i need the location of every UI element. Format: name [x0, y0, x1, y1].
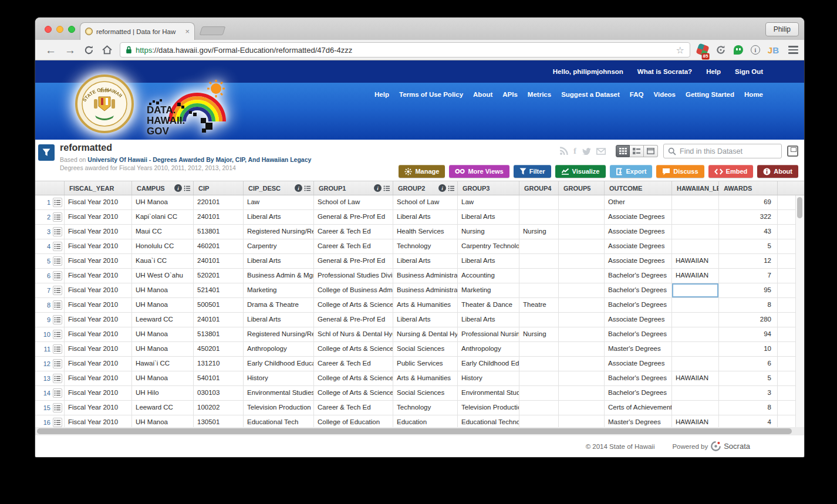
column-info-icon[interactable]: i [295, 184, 302, 192]
row-number-cell[interactable]: 12 [35, 357, 65, 371]
row-menu-icon[interactable] [53, 330, 62, 339]
table-cell[interactable] [672, 225, 719, 239]
banner-nav-link[interactable]: Help [374, 91, 389, 98]
table-cell[interactable]: Social Sciences [393, 386, 458, 401]
table-cell[interactable]: Liberal Arts [244, 313, 314, 327]
table-cell[interactable]: 450201 [194, 342, 244, 357]
table-cell[interactable]: Arts & Humanities [393, 298, 458, 313]
row-menu-icon[interactable] [53, 198, 62, 207]
table-cell[interactable]: UH Manoa [132, 195, 194, 210]
row-number-cell[interactable]: 10 [35, 327, 65, 342]
action-button-discuss[interactable]: Discuss [656, 165, 704, 178]
table-cell[interactable]: Early Childhood Education [244, 357, 314, 371]
action-button-export[interactable]: Export [610, 165, 653, 178]
column-header-cip_desc[interactable]: CIP_DESCi [244, 181, 314, 195]
column-header-group4[interactable]: GROUP4 [519, 181, 559, 195]
action-button-visualize[interactable]: Visualize [555, 165, 606, 178]
table-cell[interactable] [519, 371, 559, 386]
table-cell[interactable] [559, 210, 605, 225]
table-cell[interactable]: 7 [719, 269, 778, 283]
row-number-cell[interactable]: 4 [35, 239, 65, 254]
back-icon[interactable]: ← [45, 45, 56, 56]
row-menu-icon[interactable] [53, 271, 62, 280]
table-cell[interactable]: Fiscal Year 2010 [65, 254, 132, 269]
row-menu-icon[interactable] [53, 374, 62, 383]
close-window-button[interactable] [45, 26, 52, 33]
row-menu-icon[interactable] [53, 418, 62, 427]
table-cell[interactable]: UH Manoa [132, 371, 194, 386]
table-cell[interactable]: Fiscal Year 2010 [65, 327, 132, 342]
row-number-cell[interactable]: 1 [35, 195, 65, 210]
row-menu-icon[interactable] [53, 242, 62, 251]
table-cell[interactable]: Drama & Theatre [244, 298, 314, 313]
table-cell[interactable]: Certs of Achievement [605, 401, 672, 415]
table-cell[interactable]: UH Manoa [132, 298, 194, 313]
table-cell[interactable]: Fiscal Year 2010 [65, 386, 132, 401]
row-number-cell[interactable]: 3 [35, 225, 65, 239]
search-input[interactable] [680, 147, 777, 155]
table-cell[interactable]: Public Services [393, 357, 458, 371]
row-number-cell[interactable]: 15 [35, 401, 65, 415]
info-extension-icon[interactable]: i [751, 45, 760, 55]
table-cell[interactable] [672, 327, 719, 342]
row-number-cell[interactable]: 11 [35, 342, 65, 357]
home-icon[interactable] [102, 45, 112, 55]
row-menu-icon[interactable] [53, 315, 62, 324]
table-cell[interactable] [519, 283, 559, 298]
table-cell[interactable]: Associate Degrees [605, 225, 672, 239]
table-cell[interactable]: 030103 [194, 386, 244, 401]
table-cell[interactable]: College of Arts & Sciences [314, 386, 393, 401]
table-cell[interactable]: Maui CC [132, 225, 194, 239]
zoom-window-button[interactable] [68, 26, 75, 33]
table-cell[interactable]: Law [244, 195, 314, 210]
column-menu-icon[interactable] [383, 185, 390, 192]
table-cell[interactable]: Leeward CC [132, 401, 194, 415]
table-cell[interactable]: College of Education [314, 415, 393, 427]
column-header-outcome[interactable]: OUTCOME [605, 181, 672, 195]
table-cell[interactable] [559, 269, 605, 283]
banner-nav-link[interactable]: About [473, 91, 492, 98]
table-cell[interactable]: Kapi`olani CC [132, 210, 194, 225]
table-cell[interactable]: 95 [719, 283, 778, 298]
page-view-toggle[interactable] [644, 145, 658, 157]
fullscreen-icon[interactable] [787, 146, 798, 157]
table-cell[interactable]: 8 [719, 298, 778, 313]
table-cell[interactable]: 520201 [194, 269, 244, 283]
table-cell[interactable] [559, 342, 605, 357]
table-cell[interactable]: Television Production [458, 401, 519, 415]
table-cell[interactable] [559, 298, 605, 313]
column-header-fiscal_year[interactable]: FISCAL_YEAR [65, 181, 132, 195]
table-cell[interactable]: History [244, 371, 314, 386]
row-menu-icon[interactable] [53, 286, 62, 295]
table-cell[interactable] [672, 313, 719, 327]
table-cell[interactable] [672, 239, 719, 254]
chat-extension-icon[interactable] [734, 45, 743, 55]
table-cell[interactable] [559, 357, 605, 371]
table-cell[interactable]: Liberal Arts [458, 254, 519, 269]
profile-button[interactable]: Philip [765, 22, 799, 36]
email-icon[interactable] [596, 148, 606, 155]
table-cell[interactable]: Registered Nursing/Registered Nurse [244, 327, 314, 342]
table-cell[interactable]: Nursing & Dental Hygiene [393, 327, 458, 342]
table-cell[interactable]: Liberal Arts [393, 313, 458, 327]
column-info-icon[interactable]: i [174, 184, 182, 192]
table-cell[interactable] [672, 342, 719, 357]
topbar-link[interactable]: Hello, philipmjohnson [553, 68, 623, 75]
table-cell[interactable] [519, 239, 559, 254]
table-cell[interactable]: UH West O`ahu [132, 269, 194, 283]
table-cell[interactable]: Television Production [244, 401, 314, 415]
table-cell[interactable]: 3 [719, 386, 778, 401]
table-cell[interactable]: 521401 [194, 283, 244, 298]
row-menu-icon[interactable] [53, 388, 62, 398]
table-cell[interactable]: 10 [719, 342, 778, 357]
column-menu-icon[interactable] [184, 185, 191, 192]
reload-icon[interactable] [84, 45, 94, 55]
table-cell[interactable] [519, 313, 559, 327]
row-number-cell[interactable]: 8 [35, 298, 65, 313]
list-view-toggle[interactable] [630, 145, 644, 157]
minimize-window-button[interactable] [56, 26, 63, 33]
table-cell[interactable]: Fiscal Year 2010 [65, 225, 132, 239]
table-cell[interactable]: Professional Nursing [458, 327, 519, 342]
table-cell[interactable]: Social Sciences [393, 342, 458, 357]
row-number-cell[interactable]: 14 [35, 386, 65, 401]
